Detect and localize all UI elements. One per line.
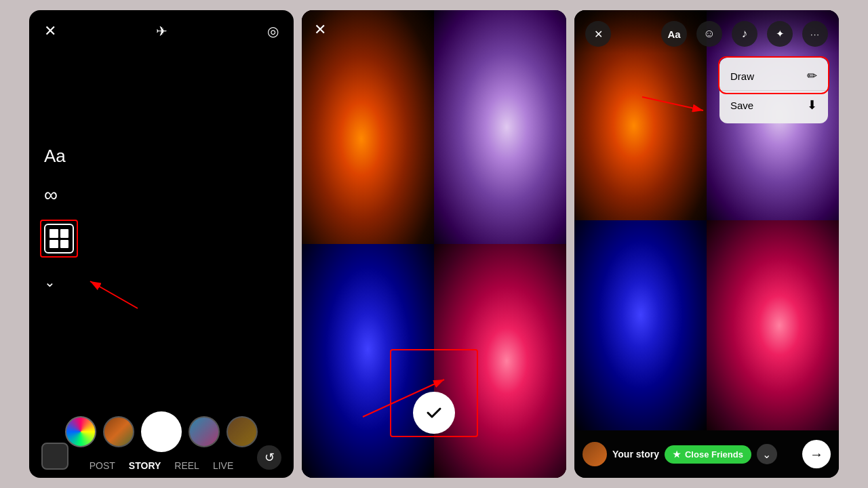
flash-off-icon[interactable]: ✈	[156, 23, 167, 39]
camera-bottom: POST STORY REEL LIVE ↺	[29, 405, 294, 478]
thumbnail-row	[29, 405, 294, 456]
flower-purple-cell	[434, 10, 566, 244]
panel3-toolbar: ✕ Aa ☺ ♪ ✦ ···	[574, 10, 839, 54]
edit-tools: Aa ☺ ♪ ✦ ···	[661, 21, 828, 47]
sticker-tool-p3[interactable]: ☺	[696, 21, 722, 47]
flower-orange-cell	[302, 10, 434, 244]
send-story-button[interactable]: →	[802, 440, 831, 468]
panel-3-edit: ✕ Aa ☺ ♪ ✦ ··· Draw ✏ Save ⬇ You	[574, 10, 839, 478]
left-toolbar: Aa ∞ ⌄	[44, 146, 74, 290]
thumb-girl[interactable]	[103, 416, 134, 447]
close-friends-label: Close Friends	[685, 449, 743, 460]
camera-mode-row: POST STORY REEL LIVE	[29, 456, 294, 478]
music-tool-p3[interactable]: ♪	[732, 21, 757, 47]
flip-camera-button[interactable]: ↺	[257, 445, 281, 470]
close-icon-p2[interactable]: ✕	[314, 21, 326, 38]
checkmark-icon	[425, 403, 443, 422]
red-highlight-box-p1	[40, 220, 78, 258]
shutter-button[interactable]	[141, 411, 182, 452]
your-story-label: Your story	[612, 449, 659, 460]
panel2-close-btn[interactable]: ✕	[314, 21, 326, 39]
close-friends-button[interactable]: ★ Close Friends	[665, 445, 751, 464]
chevron-icon: ⌄	[762, 448, 771, 461]
mode-post[interactable]: POST	[90, 460, 115, 471]
save-icon: ⬇	[807, 98, 817, 113]
red-arrow-p1	[83, 274, 144, 315]
red-highlight-save	[718, 56, 829, 94]
edit-cell-blue	[574, 220, 707, 430]
panel1-top-bar: ✕ ✈ ◎	[29, 10, 294, 47]
save-label: Save	[730, 100, 753, 111]
share-chevron-button[interactable]: ⌄	[757, 444, 777, 464]
send-arrow-icon: →	[810, 447, 823, 462]
infinity-icon[interactable]: ∞	[44, 184, 74, 206]
more-options-p3[interactable]: ···	[802, 21, 828, 47]
thumb-photos[interactable]	[226, 416, 258, 447]
star-icon: ★	[673, 449, 681, 460]
svg-line-1	[90, 281, 138, 308]
mode-reel[interactable]: REEL	[174, 460, 199, 471]
panel-2-layout-grid: ✕	[302, 10, 566, 478]
ring-icon[interactable]: ◎	[267, 23, 279, 39]
story-bottom-bar: Your story ★ Close Friends ⌄ →	[574, 430, 839, 478]
panel-1-camera: ✕ ✈ ◎ Aa ∞ ⌄	[29, 10, 294, 478]
text-tool-label[interactable]: Aa	[44, 146, 74, 167]
mode-live[interactable]: LIVE	[213, 460, 233, 471]
last-photo-thumbnail[interactable]	[41, 443, 68, 470]
close-button-p1[interactable]: ✕	[44, 22, 56, 40]
move-tool-p3[interactable]: ✦	[767, 21, 793, 47]
confirm-button-p2[interactable]	[413, 392, 455, 434]
thumb-building[interactable]	[189, 416, 220, 447]
text-tool-p3[interactable]: Aa	[661, 21, 687, 47]
mode-story[interactable]: STORY	[129, 460, 161, 471]
edit-cell-pink	[707, 220, 839, 430]
save-option[interactable]: Save ⬇	[719, 91, 828, 119]
close-button-p3[interactable]: ✕	[585, 21, 611, 47]
thumb-gradient[interactable]	[65, 416, 96, 447]
chevron-down-icon[interactable]: ⌄	[44, 274, 74, 290]
user-avatar-p3	[583, 442, 607, 466]
